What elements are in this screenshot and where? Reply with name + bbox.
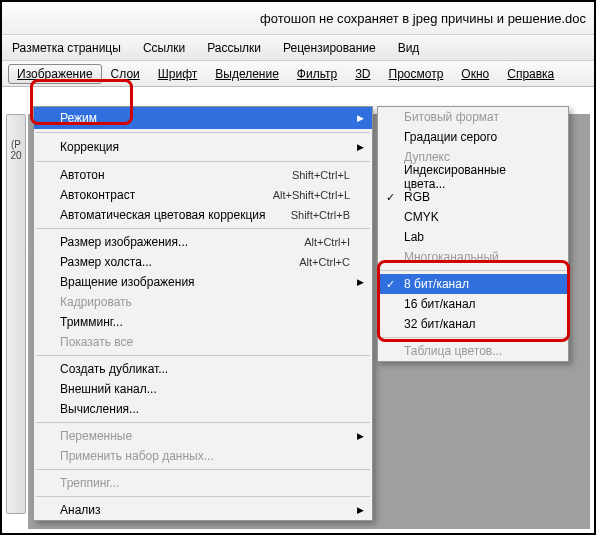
menu-item-autotone[interactable]: АвтотонShift+Ctrl+L: [34, 165, 372, 185]
checkmark-icon: ✓: [386, 278, 395, 291]
mode-color-table: Таблица цветов...: [378, 341, 568, 361]
menu-item-corrections[interactable]: Коррекция ▶: [34, 136, 372, 158]
menu-view[interactable]: Просмотр: [380, 64, 453, 84]
window-titlebar: фотошоп не сохраняет в jpeg причины и ре…: [2, 2, 594, 35]
separator: [36, 132, 370, 133]
separator: [36, 355, 370, 356]
app-menubar: Изображение Слои Шрифт Выделение Фильтр …: [2, 61, 594, 87]
menu-select[interactable]: Выделение: [206, 64, 288, 84]
mode-bitmap: Битовый формат: [378, 107, 568, 127]
separator: [36, 496, 370, 497]
ribbon-tab[interactable]: Разметка страницы: [12, 41, 121, 55]
menu-item-image-size[interactable]: Размер изображения...Alt+Ctrl+I: [34, 232, 372, 252]
side-ruler: (Р 20: [6, 114, 26, 514]
menu-item-analysis[interactable]: Анализ▶: [34, 500, 372, 520]
separator: [36, 422, 370, 423]
separator: [36, 161, 370, 162]
menu-item-rotate[interactable]: Вращение изображения▶: [34, 272, 372, 292]
menu-item-autocontrast[interactable]: АвтоконтрастAlt+Shift+Ctrl+L: [34, 185, 372, 205]
separator: [380, 337, 566, 338]
menu-item-autocolor[interactable]: Автоматическая цветовая коррекцияShift+C…: [34, 205, 372, 225]
mode-cmyk[interactable]: CMYK: [378, 207, 568, 227]
menu-item-crop: Кадрировать: [34, 292, 372, 312]
menu-font[interactable]: Шрифт: [149, 64, 206, 84]
menu-item-calculations[interactable]: Вычисления...: [34, 399, 372, 419]
separator: [380, 270, 566, 271]
mode-rgb[interactable]: ✓RGB: [378, 187, 568, 207]
document-title: фотошоп не сохраняет в jpeg причины и ре…: [260, 11, 586, 26]
mode-16bit[interactable]: 16 бит/канал: [378, 294, 568, 314]
mode-multichannel: Многоканальный: [378, 247, 568, 267]
submenu-arrow-icon: ▶: [357, 505, 364, 515]
ribbon-tabs: Разметка страницы Ссылки Рассылки Реценз…: [2, 35, 594, 61]
menu-item-apply-image[interactable]: Внешний канал...: [34, 379, 372, 399]
ribbon-tab[interactable]: Рассылки: [207, 41, 261, 55]
submenu-arrow-icon: ▶: [357, 113, 364, 123]
dropdown-image-menu: Режим ▶ Коррекция ▶ АвтотонShift+Ctrl+L …: [33, 106, 373, 521]
submenu-mode: Битовый формат Градации серого Дуплекс И…: [377, 106, 569, 362]
submenu-arrow-icon: ▶: [357, 277, 364, 287]
ribbon-tab[interactable]: Ссылки: [143, 41, 185, 55]
mode-8bit[interactable]: ✓8 бит/канал: [378, 274, 568, 294]
menu-item-duplicate[interactable]: Создать дубликат...: [34, 359, 372, 379]
mode-grayscale[interactable]: Градации серого: [378, 127, 568, 147]
ribbon-tab[interactable]: Рецензирование: [283, 41, 376, 55]
mode-indexed[interactable]: Индексированные цвета...: [378, 167, 568, 187]
checkmark-icon: ✓: [386, 191, 395, 204]
menu-item-reveal-all: Показать все: [34, 332, 372, 352]
mode-32bit[interactable]: 32 бит/канал: [378, 314, 568, 334]
ribbon-tab[interactable]: Вид: [398, 41, 420, 55]
submenu-arrow-icon: ▶: [357, 431, 364, 441]
menu-item-variables: Переменные▶: [34, 426, 372, 446]
separator: [36, 228, 370, 229]
menu-item-mode[interactable]: Режим ▶: [34, 107, 372, 129]
menu-filter[interactable]: Фильтр: [288, 64, 346, 84]
separator: [36, 469, 370, 470]
menu-item-trim[interactable]: Тримминг...: [34, 312, 372, 332]
menu-layers[interactable]: Слои: [102, 64, 149, 84]
menu-item-trap: Треппинг...: [34, 473, 372, 493]
menu-3d[interactable]: 3D: [346, 64, 379, 84]
submenu-arrow-icon: ▶: [357, 142, 364, 152]
menu-window[interactable]: Окно: [452, 64, 498, 84]
menu-item-canvas-size[interactable]: Размер холста...Alt+Ctrl+C: [34, 252, 372, 272]
menu-item-apply-dataset: Применить набор данных...: [34, 446, 372, 466]
menu-help[interactable]: Справка: [498, 64, 563, 84]
menu-image[interactable]: Изображение: [8, 64, 102, 84]
mode-lab[interactable]: Lab: [378, 227, 568, 247]
